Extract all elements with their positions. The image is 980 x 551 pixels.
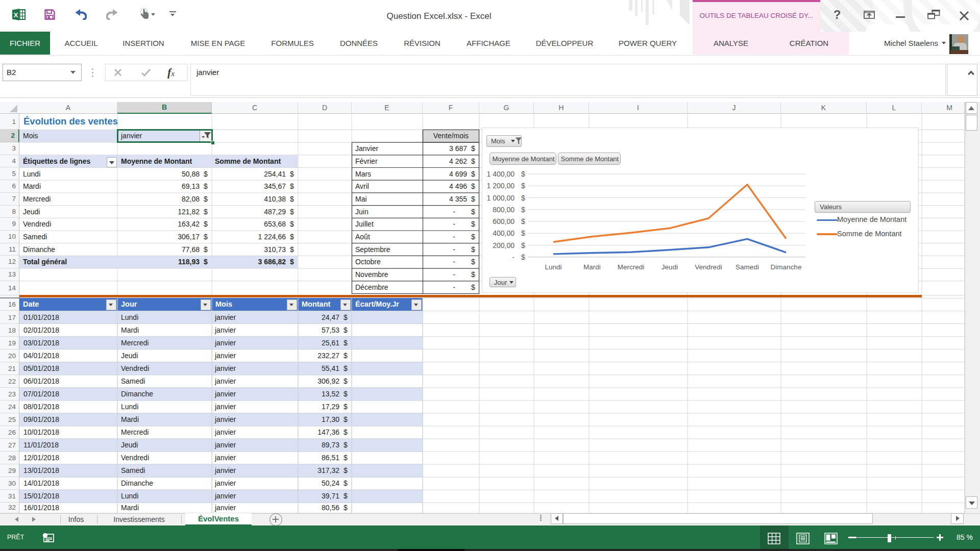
- svg-text:X: X: [13, 11, 18, 19]
